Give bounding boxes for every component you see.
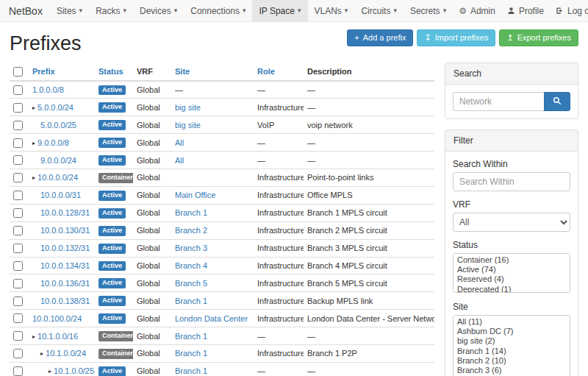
row-checkbox[interactable] <box>13 261 23 271</box>
listbox-option[interactable]: Branch 2 (10) <box>455 356 568 366</box>
site-link[interactable]: All <box>175 156 184 165</box>
row-checkbox[interactable] <box>13 313 23 323</box>
nav-item-ip-space[interactable]: IP Space▾ <box>252 0 307 21</box>
row-checkbox[interactable] <box>13 103 23 113</box>
row-checkbox[interactable] <box>13 226 23 235</box>
status-badge: Active <box>98 278 126 288</box>
site-link[interactable]: Main Office <box>175 191 215 199</box>
prefix-link[interactable]: 10.0.0.134/31 <box>40 261 90 270</box>
nav-item-racks[interactable]: Racks▾ <box>89 0 133 21</box>
nav-item-devices[interactable]: Devices▾ <box>133 0 184 21</box>
add-a-prefix-button[interactable]: +Add a prefix <box>347 29 413 46</box>
prefix-link[interactable]: 10.0.0.128/31 <box>40 208 90 217</box>
app-brand[interactable]: NetBox <box>9 0 43 21</box>
site-link[interactable]: London Data Center <box>175 314 248 323</box>
prefix-link[interactable]: 10.0.0.132/31 <box>40 244 90 252</box>
nav-item-label: Profile <box>519 6 544 16</box>
column-header-prefix[interactable]: Prefix <box>29 63 95 81</box>
site-link[interactable]: Branch 4 <box>175 261 207 270</box>
column-header-site[interactable]: Site <box>171 63 254 81</box>
site-link[interactable]: Branch 5 <box>175 279 207 288</box>
row-checkbox[interactable] <box>13 244 23 253</box>
row-checkbox[interactable] <box>13 349 23 358</box>
filter-site-select[interactable]: All (11)Ashburn DC (7)big site (2)Branch… <box>453 315 570 376</box>
search-input[interactable] <box>453 92 544 111</box>
listbox-option[interactable]: Ashburn DC (7) <box>455 327 568 336</box>
nav-item-connections[interactable]: Connections▾ <box>184 0 252 21</box>
row-checkbox[interactable] <box>13 208 23 218</box>
prefix-link[interactable]: 10.0.0.136/31 <box>40 279 90 288</box>
prefix-link[interactable]: 5.0.0.0/24 <box>37 103 74 112</box>
row-checkbox[interactable] <box>13 191 23 200</box>
role-cell: — <box>257 138 265 147</box>
row-checkbox[interactable] <box>13 331 23 341</box>
role-cell: Infrastructure <box>257 208 304 217</box>
table-row: ▸10.1.0.0/24ContainerGlobalBranch 1Infra… <box>10 344 434 362</box>
listbox-option[interactable]: Deprecated (1) <box>455 285 568 293</box>
filter-vrf-select[interactable]: All <box>453 213 570 232</box>
role-cell: — <box>257 156 265 165</box>
nav-admin[interactable]: ⚙Admin <box>453 0 501 21</box>
role-cell: Infrastructure <box>257 103 304 112</box>
row-checkbox[interactable] <box>13 138 23 148</box>
site-link[interactable]: Branch 1 <box>175 332 207 341</box>
listbox-option[interactable]: big site (2) <box>455 336 568 346</box>
row-checkbox[interactable] <box>13 155 23 165</box>
site-link[interactable]: Branch 2 <box>175 226 207 235</box>
prefix-link[interactable]: 10.0.0.138/31 <box>40 297 90 305</box>
listbox-option[interactable]: Branch 3 (6) <box>455 366 568 375</box>
row-checkbox[interactable] <box>13 85 23 95</box>
prefix-link[interactable]: 10.0.0.130/31 <box>40 226 90 235</box>
prefix-link[interactable]: 10.1.0.0/16 <box>37 332 78 341</box>
description-cell: — <box>307 103 315 112</box>
search-button[interactable] <box>544 92 570 111</box>
listbox-option[interactable]: Active (74) <box>455 265 568 274</box>
row-checkbox[interactable] <box>13 173 23 182</box>
row-checkbox[interactable] <box>13 366 23 376</box>
nav-profile[interactable]: Profile <box>501 0 550 21</box>
description-cell: — <box>307 85 315 94</box>
listbox-option[interactable]: All (11) <box>455 317 568 327</box>
vrf-cell: Global <box>137 349 160 358</box>
export-prefixes-button[interactable]: ↥Export prefixes <box>499 29 578 46</box>
nav-item-circuits[interactable]: Circuits▾ <box>354 0 404 21</box>
row-checkbox[interactable] <box>13 121 23 130</box>
role-cell: Infrastructure <box>257 226 304 235</box>
select-all-checkbox[interactable] <box>13 67 23 77</box>
row-checkbox[interactable] <box>13 297 23 306</box>
prefix-link[interactable]: 10.1.0.0/25 <box>54 366 94 375</box>
site-link[interactable]: Branch 1 <box>175 297 207 305</box>
row-checkbox[interactable] <box>13 279 23 288</box>
prefix-link[interactable]: 10.1.0.0/24 <box>46 349 86 358</box>
nav-log-out[interactable]: Log out <box>550 0 588 21</box>
nav-item-sites[interactable]: Sites▾ <box>50 0 89 21</box>
site-link[interactable]: big site <box>175 121 201 130</box>
column-header-role[interactable]: Role <box>254 63 304 81</box>
site-link[interactable]: All <box>175 138 184 147</box>
filter-status-select[interactable]: Container (16)Active (74)Reserved (4)Dep… <box>453 253 570 293</box>
prefix-link[interactable]: 5.0.0.0/25 <box>40 121 76 130</box>
filter-search-within-input[interactable] <box>453 172 570 191</box>
site-link[interactable]: Branch 1 <box>175 366 207 375</box>
status-badge: Active <box>98 366 126 376</box>
button-label: Export prefixes <box>517 33 571 43</box>
listbox-option[interactable]: Reserved (4) <box>455 274 568 284</box>
nav-item-vlans[interactable]: VLANs▾ <box>308 0 355 21</box>
status-badge: Active <box>98 208 126 219</box>
site-link[interactable]: Branch 1 <box>175 349 207 358</box>
import-prefixes-button[interactable]: ↧Import prefixes <box>417 29 495 46</box>
column-header-status[interactable]: Status <box>95 63 133 81</box>
site-link[interactable]: Branch 1 <box>175 208 207 217</box>
prefix-link[interactable]: 10.0.100.0/24 <box>32 314 82 323</box>
site-link[interactable]: Branch 3 <box>175 244 207 252</box>
site-link[interactable]: big site <box>175 103 201 112</box>
prefix-link[interactable]: 10.0.0.0/24 <box>37 173 78 182</box>
nav-item-secrets[interactable]: Secrets▾ <box>404 0 453 21</box>
prefix-link[interactable]: 10.0.0.0/31 <box>40 191 81 199</box>
export-icon: ↥ <box>506 34 513 42</box>
prefix-link[interactable]: 9.0.0.0/24 <box>40 156 76 165</box>
listbox-option[interactable]: Branch 1 (14) <box>455 347 568 356</box>
listbox-option[interactable]: Container (16) <box>455 255 568 265</box>
prefix-link[interactable]: 9.0.0.0/8 <box>37 138 69 147</box>
prefix-link[interactable]: 1.0.0.0/8 <box>32 85 64 94</box>
